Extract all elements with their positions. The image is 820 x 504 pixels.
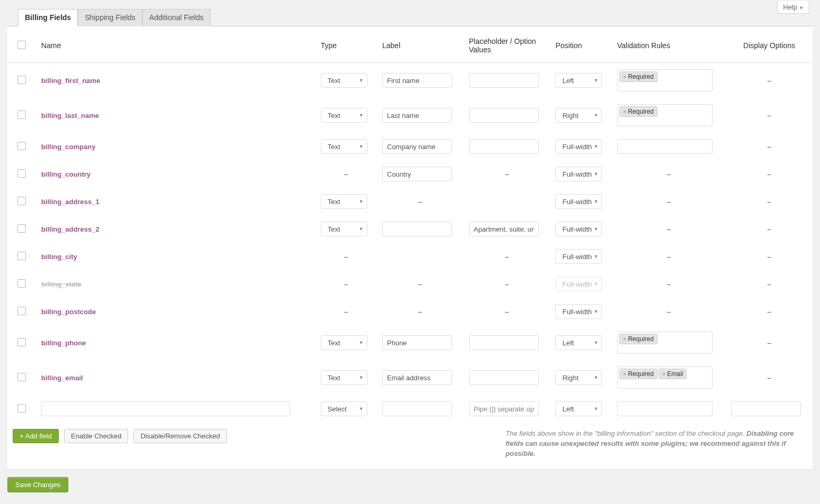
dropdown[interactable]: Text▼ xyxy=(321,108,367,123)
text-input[interactable] xyxy=(469,222,539,236)
validation-chip-required[interactable]: ×Required xyxy=(619,334,657,344)
table-row: billing_state–––Full-width▼–– xyxy=(7,270,813,298)
text-input[interactable] xyxy=(382,335,452,350)
field-name-link[interactable]: billing_phone xyxy=(41,339,86,347)
tab-additional-fields[interactable]: Additional Fields xyxy=(142,9,211,26)
disable-checked-button[interactable]: Disable/Remove Checked xyxy=(133,429,227,443)
table-row: billing_last_nameText▼Right▼×Required– xyxy=(7,98,813,133)
row-checkbox[interactable] xyxy=(17,404,26,413)
validation-box[interactable]: ×Required xyxy=(617,69,713,91)
validation-box[interactable] xyxy=(617,401,713,416)
text-input[interactable] xyxy=(382,108,452,123)
validation-chip-required[interactable]: ×Required xyxy=(619,71,657,82)
row-checkbox[interactable] xyxy=(17,197,26,205)
dropdown[interactable]: Text▼ xyxy=(321,73,367,88)
field-name-link[interactable]: billing_first_name xyxy=(41,77,100,85)
header-label: Label xyxy=(377,26,464,63)
header-validation: Validation Rules xyxy=(612,26,726,63)
chevron-down-icon: ▼ xyxy=(359,375,364,380)
dropdown[interactable]: Left▼ xyxy=(555,401,602,416)
chevron-down-icon: ▼ xyxy=(594,78,599,83)
field-name-link[interactable]: billing_postcode xyxy=(41,308,96,316)
chevron-down-icon: ▼ xyxy=(359,406,364,411)
dropdown[interactable]: Full-width▼ xyxy=(555,139,602,154)
text-input[interactable] xyxy=(469,73,539,88)
text-input[interactable] xyxy=(469,139,539,154)
row-checkbox[interactable] xyxy=(17,307,26,315)
validation-chip-required[interactable]: ×Required xyxy=(619,369,657,379)
chevron-down-icon: ▼ xyxy=(359,144,364,149)
dropdown[interactable]: Full-width▼ xyxy=(555,222,602,236)
display-options-box[interactable] xyxy=(731,401,801,416)
text-input[interactable] xyxy=(382,139,452,154)
dropdown[interactable]: Full-width▼ xyxy=(555,167,602,181)
validation-chip-required[interactable]: ×Required xyxy=(619,106,657,117)
dropdown[interactable]: Right▼ xyxy=(555,108,602,123)
remove-icon: × xyxy=(623,336,626,342)
row-checkbox[interactable] xyxy=(17,279,26,288)
row-checkbox[interactable] xyxy=(17,338,26,346)
text-input[interactable] xyxy=(382,167,452,181)
field-name-link[interactable]: billing_company xyxy=(41,143,96,151)
field-name-link[interactable]: billing_email xyxy=(41,374,83,382)
text-input[interactable] xyxy=(469,370,539,385)
header-placeholder: Placeholder / Option Values xyxy=(464,26,551,63)
chevron-down-icon: ▼ xyxy=(359,78,364,83)
remove-icon: × xyxy=(662,371,665,377)
chevron-down-icon: ▼ xyxy=(594,309,599,314)
validation-box[interactable]: ×Required xyxy=(617,332,713,354)
text-input[interactable] xyxy=(382,370,452,385)
dropdown[interactable]: Text▼ xyxy=(321,335,367,350)
header-position: Position xyxy=(550,26,611,63)
text-input[interactable] xyxy=(469,108,539,123)
text-input[interactable] xyxy=(382,73,452,88)
validation-box[interactable]: ×Required xyxy=(617,104,713,126)
chevron-down-icon: ▼ xyxy=(594,406,599,411)
validation-box[interactable]: ×Required×Email xyxy=(617,366,713,389)
table-row: billing_city––Full-width▼–– xyxy=(7,243,813,270)
dropdown: Full-width▼ xyxy=(555,277,602,291)
select-all-checkbox[interactable] xyxy=(17,41,26,49)
dropdown[interactable]: Right▼ xyxy=(555,370,602,385)
field-name-link[interactable]: billing_country xyxy=(41,170,91,178)
validation-box[interactable] xyxy=(617,139,713,154)
dropdown[interactable]: Full-width▼ xyxy=(555,249,602,264)
text-input[interactable] xyxy=(382,222,452,236)
dropdown[interactable]: Text▼ xyxy=(321,370,367,385)
row-checkbox[interactable] xyxy=(17,111,26,119)
help-tab[interactable]: Help▼ xyxy=(777,1,809,14)
chevron-down-icon: ▼ xyxy=(594,144,599,149)
tab-shipping-fields[interactable]: Shipping Fields xyxy=(78,9,142,26)
field-name-link[interactable]: billing_last_name xyxy=(41,112,99,120)
chevron-down-icon: ▼ xyxy=(359,113,364,118)
dropdown[interactable]: Text▼ xyxy=(321,139,367,154)
add-field-button[interactable]: + Add field xyxy=(13,429,59,443)
field-name-link[interactable]: billing_address_1 xyxy=(41,198,100,206)
enable-checked-button[interactable]: Enable Checked xyxy=(64,429,128,443)
row-checkbox[interactable] xyxy=(17,224,26,233)
dropdown[interactable]: Full-width▼ xyxy=(555,194,602,209)
remove-icon: × xyxy=(623,371,626,377)
chevron-down-icon: ▼ xyxy=(594,254,599,259)
field-name-link: billing_state xyxy=(41,280,82,288)
dropdown[interactable]: Text▼ xyxy=(321,194,367,209)
field-name-link[interactable]: billing_address_2 xyxy=(41,225,100,233)
dropdown[interactable]: Full-width▼ xyxy=(555,304,602,319)
dropdown[interactable]: Select▼ xyxy=(321,401,367,416)
row-checkbox[interactable] xyxy=(17,252,26,260)
validation-chip-email[interactable]: ×Email xyxy=(659,369,687,379)
dropdown[interactable]: Left▼ xyxy=(555,73,602,88)
row-checkbox[interactable] xyxy=(17,76,26,84)
row-checkbox[interactable] xyxy=(17,373,26,381)
tab-billing-fields[interactable]: Billing Fields xyxy=(18,9,78,26)
text-input[interactable] xyxy=(41,401,290,416)
save-changes-button[interactable]: Save Changes xyxy=(7,477,68,492)
text-input[interactable] xyxy=(382,401,452,416)
text-input[interactable] xyxy=(469,401,539,416)
text-input[interactable] xyxy=(469,335,539,350)
row-checkbox[interactable] xyxy=(17,169,26,178)
dropdown[interactable]: Left▼ xyxy=(555,335,602,350)
dropdown[interactable]: Text▼ xyxy=(321,222,367,236)
field-name-link[interactable]: billing_city xyxy=(41,253,77,261)
row-checkbox[interactable] xyxy=(17,142,26,150)
